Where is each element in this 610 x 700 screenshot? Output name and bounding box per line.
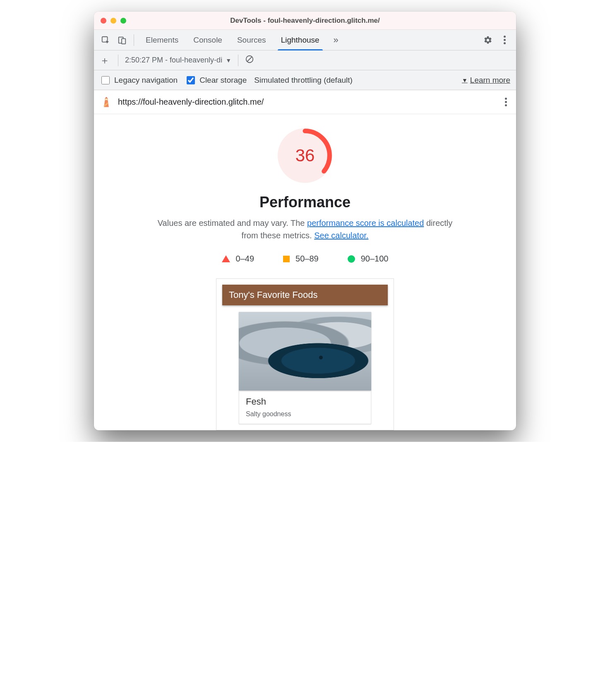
svg-rect-6	[106, 98, 108, 99]
preview-header: Tony's Favorite Foods	[222, 285, 388, 305]
svg-marker-7	[105, 97, 108, 98]
tab-label: Console	[193, 36, 222, 45]
legend-pass-label: 90–100	[361, 254, 389, 264]
panel-tabs: Elements Console Sources Lighthouse	[138, 30, 327, 50]
legacy-navigation-label: Legacy navigation	[114, 76, 178, 85]
score-legend: 0–49 50–89 90–100	[106, 254, 504, 264]
tab-label: Sources	[237, 36, 266, 45]
preview-image	[239, 312, 371, 391]
report-url-row: https://foul-heavenly-direction.glitch.m…	[94, 90, 516, 114]
close-window-button[interactable]	[101, 18, 106, 24]
tab-console[interactable]: Console	[186, 30, 230, 50]
performance-score: 36	[278, 128, 332, 183]
lighthouse-report: 36 Performance Values are estimated and …	[94, 114, 516, 430]
page-preview: Tony's Favorite Foods Fesh Salty goodnes…	[216, 278, 394, 430]
more-options-icon[interactable]	[497, 33, 512, 48]
inspect-element-icon[interactable]	[98, 33, 113, 48]
legend-fail: 0–49	[222, 254, 255, 264]
tab-lighthouse[interactable]: Lighthouse	[274, 30, 327, 50]
square-icon	[283, 256, 290, 262]
legend-average: 50–89	[283, 254, 319, 264]
preview-card-title: Fesh	[246, 396, 364, 407]
learn-more-label: Learn more	[470, 76, 510, 85]
see-calculator-link[interactable]: See calculator.	[314, 231, 368, 240]
legend-fail-label: 0–49	[236, 254, 255, 264]
report-url: https://foul-heavenly-direction.glitch.m…	[118, 97, 264, 107]
report-selector-label: 2:50:27 PM - foul-heavenly-di	[125, 56, 222, 65]
score-calc-link[interactable]: performance score is calculated	[307, 218, 424, 228]
chevron-down-icon: ▼	[226, 57, 231, 64]
circle-icon	[348, 255, 355, 263]
more-tabs-icon[interactable]: »	[329, 33, 343, 48]
lighthouse-options: Legacy navigation Clear storage Simulate…	[94, 70, 516, 90]
tab-elements[interactable]: Elements	[138, 30, 186, 50]
clear-storage-checkbox[interactable]	[187, 76, 195, 84]
performance-heading: Performance	[106, 194, 504, 211]
window-title: DevTools - foul-heavenly-direction.glitc…	[94, 17, 516, 25]
report-menu-button[interactable]	[502, 95, 509, 109]
preview-card-subtitle: Salty goodness	[246, 410, 364, 418]
throttling-label: Simulated throttling (default)	[254, 76, 353, 85]
legacy-navigation-option[interactable]: Legacy navigation	[100, 75, 178, 86]
report-selector[interactable]: 2:50:27 PM - foul-heavenly-di ▼	[125, 56, 231, 65]
legend-pass: 90–100	[348, 254, 389, 264]
desc-text: Values are estimated and may vary. The	[158, 218, 307, 228]
clear-icon[interactable]	[245, 55, 254, 66]
chevron-down-icon: ▼	[462, 77, 468, 84]
clear-storage-label: Clear storage	[199, 76, 247, 85]
titlebar: DevTools - foul-heavenly-direction.glitc…	[94, 12, 516, 30]
preview-card-body: Fesh Salty goodness	[239, 391, 371, 424]
svg-rect-2	[122, 38, 125, 44]
minimize-window-button[interactable]	[110, 18, 116, 24]
traffic-lights	[101, 18, 126, 24]
devtools-window: DevTools - foul-heavenly-direction.glitc…	[94, 12, 516, 430]
divider	[238, 55, 238, 66]
svg-line-4	[247, 57, 252, 62]
tab-label: Lighthouse	[281, 36, 319, 45]
zoom-window-button[interactable]	[120, 18, 126, 24]
divider	[134, 34, 134, 46]
devtools-tabstrip: Elements Console Sources Lighthouse »	[94, 30, 516, 50]
new-report-button[interactable]: ＋	[98, 54, 111, 67]
performance-gauge[interactable]: 36	[278, 128, 332, 183]
triangle-icon	[222, 255, 230, 262]
divider	[118, 55, 118, 66]
device-toolbar-icon[interactable]	[115, 33, 130, 48]
lighthouse-icon	[101, 96, 112, 108]
clear-storage-option[interactable]: Clear storage	[185, 75, 247, 86]
settings-gear-icon[interactable]	[480, 33, 495, 48]
legacy-navigation-checkbox[interactable]	[101, 76, 110, 84]
legend-average-label: 50–89	[295, 254, 319, 264]
tab-label: Elements	[146, 36, 178, 45]
lighthouse-subtoolbar: ＋ 2:50:27 PM - foul-heavenly-di ▼	[94, 50, 516, 70]
tab-sources[interactable]: Sources	[230, 30, 274, 50]
performance-description: Values are estimated and may vary. The p…	[156, 217, 454, 242]
learn-more-link[interactable]: ▼ Learn more	[462, 76, 510, 85]
